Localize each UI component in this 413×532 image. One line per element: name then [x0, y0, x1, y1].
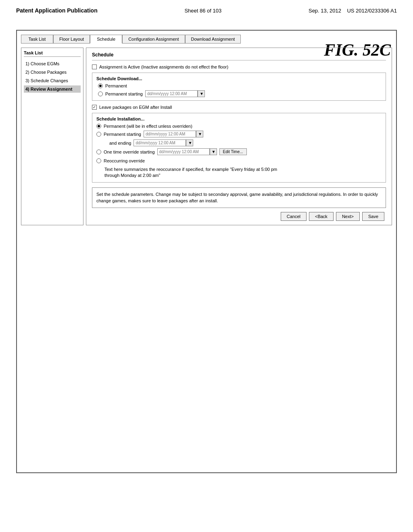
leave-packages-row: ✓ Leave packages on EGM after Install [92, 105, 386, 110]
text-summary-line1: Text here summarizes the reoccurance if … [104, 166, 382, 172]
schedule-install-section: Schedule Installation... Permanent (will… [92, 113, 386, 183]
permanent-starting-radio[interactable] [98, 91, 103, 96]
back-button[interactable]: <Back [309, 212, 334, 221]
task-item-4[interactable]: 4) Review Assignment [24, 85, 81, 93]
leave-packages-checkbox[interactable]: ✓ [92, 105, 97, 110]
content-area: Task List 1) Choose EGMs 2) Choose Packa… [21, 48, 392, 225]
permanent-override-row: Permanent (will be in effect unless over… [96, 124, 382, 129]
install-date2-container: ▼ [133, 139, 193, 146]
task-item-3[interactable]: 3) Schedule Changes [24, 77, 81, 84]
tab-download-assignment[interactable]: Download Assignment [185, 35, 241, 44]
install-date2-input[interactable] [133, 139, 186, 146]
install-permanent-starting-label: Permanent starting [104, 132, 141, 137]
schedule-download-label: Schedule Download... [96, 76, 382, 81]
tab-task-list[interactable]: Task List [21, 35, 53, 44]
task-list-title: Task List [24, 50, 81, 57]
schedule-download-section: Schedule Download... Permanent Permanent… [92, 73, 386, 101]
install-date3-dropdown[interactable]: ▼ [210, 148, 217, 155]
reoccurring-row: Reoccurring override [96, 158, 382, 163]
permanent-radio-row: Permanent [98, 83, 382, 88]
one-time-override-row: One time override starting ▼ Edit Time..… [96, 148, 382, 155]
date-field-container: ▼ [145, 90, 205, 97]
tab-floor-layout[interactable]: Floor Layout [53, 35, 90, 44]
bottom-info-text: Set the schedule parameters. Change may … [96, 192, 378, 204]
action-buttons: Cancel <Back Next> Save [92, 212, 386, 221]
tab-config-assignment[interactable]: Configuration Assignment [122, 35, 185, 44]
permanent-starting-label: Permanent starting [105, 91, 143, 96]
right-panel-header: Schedule [92, 52, 386, 60]
and-ending-row: and ending ▼ [109, 139, 382, 146]
tab-schedule[interactable]: Schedule [90, 35, 122, 44]
task-item-1[interactable]: 1) Choose EGMs [24, 60, 81, 67]
reoccurring-radio[interactable] [96, 158, 101, 163]
assignment-active-row: Assignment is Active (Inactive assignmen… [92, 64, 386, 69]
left-panel: Task List 1) Choose EGMs 2) Choose Packa… [21, 48, 83, 225]
leave-packages-label: Leave packages on EGM after Install [99, 105, 172, 110]
permanent-override-label: Permanent (will be in effect unless over… [104, 124, 192, 129]
download-date-dropdown[interactable]: ▼ [198, 90, 205, 97]
permanent-radio[interactable] [98, 83, 103, 88]
sheet-info: Sheet 86 of 103 [184, 8, 221, 14]
install-date3-container: ▼ [157, 148, 217, 155]
task-item-2[interactable]: 2) Choose Packages [24, 69, 81, 76]
and-ending-label: and ending [109, 141, 131, 145]
main-container: Task List Floor Layout Schedule Configur… [16, 30, 397, 473]
schedule-download-radios: Permanent Permanent starting ▼ [98, 83, 382, 97]
install-date1-container: ▼ [144, 131, 203, 137]
schedule-install-label: Schedule Installation... [96, 116, 382, 121]
install-date1-dropdown[interactable]: ▼ [196, 131, 203, 137]
publication-title: Patent Application Publication [16, 7, 98, 14]
assignment-active-label: Assignment is Active (Inactive assignmen… [99, 64, 228, 69]
download-date-input[interactable] [145, 90, 198, 97]
edit-time-button[interactable]: Edit Time... [219, 148, 247, 155]
one-time-label: One time override starting [104, 150, 155, 154]
install-date2-dropdown[interactable]: ▼ [186, 139, 193, 146]
tab-bar: Task List Floor Layout Schedule Configur… [21, 35, 392, 44]
page-header: Patent Application Publication Sheet 86 … [0, 0, 413, 18]
text-summary-line2: through Monday at 2:00 am" [104, 172, 382, 179]
cancel-button[interactable]: Cancel [281, 212, 307, 221]
right-panel: Schedule Assignment is Active (Inactive … [86, 48, 392, 225]
install-date1-input[interactable] [144, 131, 196, 137]
install-permanent-starting-row: Permanent starting ▼ [96, 131, 382, 137]
save-button[interactable]: Save [362, 212, 384, 221]
schedule-title: Schedule [92, 52, 113, 58]
permanent-override-radio[interactable] [96, 124, 101, 129]
text-summary: Text here summarizes the reoccurance if … [104, 166, 382, 179]
bottom-info: Set the schedule parameters. Change may … [92, 187, 386, 208]
assignment-active-checkbox[interactable] [92, 64, 97, 69]
permanent-starting-row: Permanent starting ▼ [98, 90, 382, 97]
install-permanent-starting-radio[interactable] [96, 132, 101, 137]
reoccurring-label: Reoccurring override [104, 158, 145, 163]
install-date3-input[interactable] [157, 148, 210, 155]
next-button[interactable]: Next> [336, 212, 360, 221]
patent-number: Sep. 13, 2012 US 2012/0233306 A1 [309, 8, 397, 14]
one-time-radio[interactable] [96, 150, 101, 154]
permanent-label: Permanent [105, 83, 127, 88]
